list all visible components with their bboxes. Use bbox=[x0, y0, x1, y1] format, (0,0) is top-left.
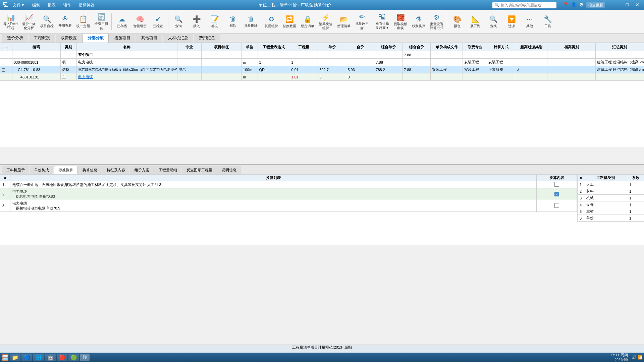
tab-project-overview[interactable]: 工程概况 bbox=[29, 33, 55, 43]
table-row[interactable]: 463101101 主 电力电缆 m 1.01 0 0 bbox=[0, 73, 644, 81]
excel-icon: 📊 bbox=[7, 13, 15, 21]
toolbar-qty-price[interactable]: 📈 量价一体化分析 bbox=[20, 12, 38, 32]
right-row-category: 主材 bbox=[584, 208, 627, 215]
user-icon[interactable]: 👤 bbox=[571, 2, 577, 8]
menu-file[interactable]: 文件▼ bbox=[10, 1, 28, 9]
toolbar-supplement[interactable]: 📝 补充 bbox=[206, 12, 223, 32]
tab-features-content[interactable]: 特征及内容 bbox=[102, 166, 129, 174]
row-expand[interactable] bbox=[0, 51, 12, 59]
menu-report[interactable]: 报表 bbox=[45, 1, 58, 9]
row-name: 整个项目 bbox=[76, 51, 177, 59]
tab-instructions[interactable]: 说明信息 bbox=[217, 166, 241, 174]
toolbar-batch-calc-method[interactable]: ⚙ 批量设置计算方式 bbox=[428, 12, 445, 32]
tab-reverse-lookup[interactable]: 反查图形工程量 bbox=[182, 166, 217, 174]
toolbar-cloud-check[interactable]: ✔ 云检查 bbox=[149, 12, 167, 32]
taskbar-app-5[interactable]: 🟢 bbox=[68, 354, 79, 361]
row-composite-total: 7.88 bbox=[402, 51, 431, 59]
tab-other-items[interactable]: 其他项目 bbox=[136, 33, 162, 43]
toolbar-full-fee-label: 全费用切换 bbox=[93, 21, 109, 31]
row-specialty: 电气 bbox=[177, 66, 201, 73]
toolbar-unified-quota[interactable]: 📋 统一定额 bbox=[74, 12, 92, 32]
toolbar-tools[interactable]: 🔧 工具 bbox=[539, 12, 556, 32]
toolbar-project-check[interactable]: 🔍 项目自检 bbox=[38, 12, 56, 32]
start-btn[interactable]: 🪟 bbox=[1, 354, 9, 361]
col-header-expand[interactable]: - bbox=[0, 43, 12, 51]
tab-fee-summary[interactable]: 费用汇总 bbox=[194, 33, 220, 43]
tab-standard-conversion[interactable]: 标准换算 bbox=[54, 166, 77, 174]
row-expand[interactable]: - bbox=[0, 66, 12, 73]
toolbar-color[interactable]: 🎨 颜色 bbox=[448, 12, 466, 32]
toolbar-full-fee[interactable]: 🔄 全费用切换 bbox=[93, 12, 110, 32]
toolbar-delete[interactable]: 🗑 删除 bbox=[224, 12, 241, 32]
menu-indicator[interactable]: 指标神器 bbox=[76, 1, 97, 9]
toolbar-batch-main-material[interactable]: ✏ 批量改主材 bbox=[353, 12, 371, 32]
taskbar-app-1[interactable]: 🔵 bbox=[21, 354, 32, 361]
toolbar-mortar-calc[interactable]: ⚗ 砂浆换算 bbox=[410, 12, 427, 32]
toolbar-reuse-price[interactable]: ♻ 复用组价 bbox=[263, 12, 280, 32]
tab-price-scheme[interactable]: 组价方案 bbox=[130, 166, 154, 174]
toolbar-query[interactable]: 🔍 查询 bbox=[170, 12, 187, 32]
calc-row[interactable]: 3 电力电缆 铜包铝芯电力电缆 单价*0.9 bbox=[0, 200, 577, 212]
conversion-checkbox-3[interactable] bbox=[554, 203, 559, 208]
taskbar-app-2[interactable]: 🌐 bbox=[33, 354, 44, 361]
toolbar-lock-list[interactable]: 🔒 锁定清单 bbox=[299, 12, 316, 32]
conversion-checkbox-2[interactable]: ✓ bbox=[554, 192, 559, 196]
toolbar-fee-view[interactable]: 👁 费用查看 bbox=[56, 12, 74, 32]
expand-all-btn[interactable]: - bbox=[4, 46, 7, 49]
taskbar-files[interactable]: 📁 bbox=[10, 354, 20, 361]
help-icon[interactable]: ❓ bbox=[562, 2, 568, 8]
right-row-coeff: 1 bbox=[627, 201, 644, 208]
toolbar-extract-template[interactable]: 🧱 提取模板砌块 bbox=[392, 12, 409, 32]
toolbar-expand-to[interactable]: 📐 展开到 bbox=[467, 12, 484, 32]
row-expand[interactable]: - bbox=[0, 59, 12, 66]
toolbar-vertical-transport[interactable]: 🏗 垂直运输及超高▼ bbox=[374, 12, 391, 32]
taskbar-app-active[interactable]: 预 bbox=[80, 354, 90, 361]
tab-cost-analysis[interactable]: 造价分析 bbox=[2, 33, 28, 43]
global-search-input[interactable] bbox=[501, 3, 554, 7]
taskbar-app-3[interactable]: 🤖 bbox=[45, 354, 56, 361]
menu-assist[interactable]: 辅作 bbox=[60, 1, 74, 9]
tab-measures[interactable]: 措施项目 bbox=[109, 33, 136, 43]
tab-unit-price-composition[interactable]: 单价构成 bbox=[30, 166, 53, 174]
row-price-doc: 安装工程 bbox=[431, 66, 463, 73]
toolbar-insert[interactable]: ➕ 插入 bbox=[188, 12, 205, 32]
tab-qty-detail[interactable]: 工程量明细 bbox=[154, 166, 181, 174]
table-row[interactable]: - C4-781 +0.83 借换 三芯或三芯接地电缆设插截设 截面≤25mm2… bbox=[0, 66, 644, 73]
settings-icon[interactable]: ⚙ bbox=[579, 2, 584, 8]
row-formula: QDL bbox=[258, 66, 290, 73]
toolbar-batch-delete[interactable]: 🗑 批量删除 bbox=[242, 12, 260, 32]
check-update-btn[interactable]: 检查更新 bbox=[586, 2, 605, 8]
window-maximize-btn[interactable]: □ bbox=[624, 2, 631, 8]
tab-labor-display[interactable]: 工料机显示 bbox=[2, 166, 29, 174]
toolbar-cloud-archive[interactable]: ☁ 云存档 bbox=[113, 12, 130, 32]
toolbar-smart-price[interactable]: 🧠 智能组价 bbox=[131, 12, 149, 32]
tab-division-items[interactable]: 分部分项 bbox=[83, 33, 109, 43]
taskbar-app-4[interactable]: 🔴 bbox=[57, 354, 67, 361]
table-row[interactable]: 整个项目 7.88 bbox=[0, 51, 644, 59]
tab-fee-settings[interactable]: 取费设置 bbox=[56, 33, 82, 43]
calc-row-checkbox[interactable] bbox=[537, 181, 577, 188]
window-close-btn[interactable]: ✕ bbox=[633, 2, 641, 8]
tab-labor-material[interactable]: 人材机汇总 bbox=[163, 33, 193, 43]
conversion-checkbox-1[interactable] bbox=[554, 182, 559, 187]
toolbar-import-excel[interactable]: 📊 导入Excel/工程 bbox=[2, 12, 19, 32]
window-minimize-btn[interactable]: ─ bbox=[614, 2, 621, 8]
toolbar-batch-calc-method-label: 批量设置计算方式 bbox=[430, 22, 443, 30]
toolbar-quick-price[interactable]: ⚡ 清单快速组价 bbox=[317, 12, 334, 32]
row-price: 592.7 bbox=[318, 66, 346, 73]
table-row[interactable]: - 030408001001 项 电力电缆 m 1 1 7.88 安装工程 安装… bbox=[0, 59, 644, 66]
calc-row-checkbox[interactable]: ✓ bbox=[537, 188, 577, 200]
calc-row-checkbox[interactable] bbox=[537, 200, 577, 212]
tab-conversion-info[interactable]: 换算信息 bbox=[78, 166, 102, 174]
toolbar-organize-list[interactable]: 📂 整理清单 bbox=[335, 12, 353, 32]
toolbar-other[interactable]: ⋯ 其他 bbox=[521, 12, 538, 32]
collapse-btn-2[interactable]: - bbox=[2, 68, 5, 72]
collapse-btn-1[interactable]: - bbox=[2, 61, 5, 64]
toolbar-replace-data[interactable]: 🔁 替换数据 bbox=[281, 12, 298, 32]
toolbar-find[interactable]: 🔍 查找 bbox=[485, 12, 502, 32]
menu-edit[interactable]: 编制 bbox=[30, 1, 43, 9]
toolbar-filter[interactable]: 🔽 过滤 bbox=[503, 12, 520, 32]
toolbar-search-area[interactable]: 🔍 bbox=[492, 2, 556, 8]
calc-row[interactable]: 1 电缆在一般山地、丘陵地区敷设,该地段所需的施工材料加固定桩、夹具等技实另计 … bbox=[0, 181, 577, 188]
calc-row[interactable]: 2 电力电缆 铝芯电力电缆 单价*0.83 ✓ bbox=[0, 188, 577, 200]
